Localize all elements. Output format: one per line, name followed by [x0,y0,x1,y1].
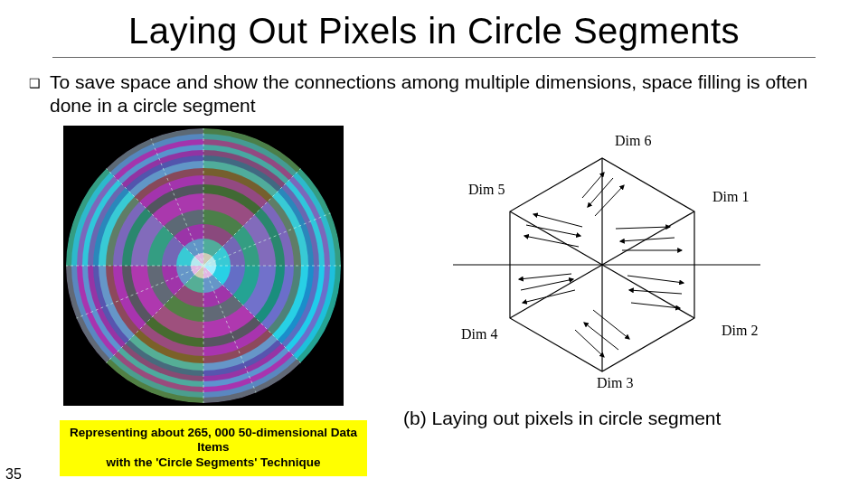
svg-line-33 [510,265,602,318]
svg-line-37 [616,227,670,229]
figure-left-caption: Representing about 265, 000 50-dimension… [60,420,367,477]
dim1-label: Dim 1 [712,189,749,205]
page-number: 35 [5,466,22,483]
svg-line-49 [524,236,579,247]
bullet-mark-icon: ❑ [29,76,41,92]
circle-segments-figure [63,126,344,406]
svg-line-53 [588,178,613,207]
svg-line-44 [584,323,618,350]
dim6-label: Dim 6 [615,133,651,149]
figure-left: Representing about 265, 000 50-dimension… [60,126,385,477]
caption-left-line2: with the 'Circle Segments' Technique [67,455,360,471]
svg-line-52 [595,185,624,216]
svg-line-48 [519,274,571,279]
figure-right-caption: (b) Laying out pixels in circle segment [403,408,828,429]
bullet-item: ❑ To save space and show the connections… [25,70,843,126]
dim4-label: Dim 4 [461,326,497,343]
bullet-text: To save space and show the connections a… [50,70,839,118]
svg-line-51 [533,214,582,227]
svg-line-30 [602,211,694,265]
svg-line-40 [627,276,684,283]
svg-line-47 [521,279,573,290]
svg-line-46 [523,290,575,303]
slide-title: Laying Out Pixels in Circle Segments [52,9,816,58]
slide: Laying Out Pixels in Circle Segments ❑ T… [0,0,868,488]
svg-line-45 [575,330,604,357]
figure-row: Representing about 265, 000 50-dimension… [25,126,843,477]
dim5-label: Dim 5 [468,182,505,198]
svg-line-34 [510,211,602,265]
dim2-label: Dim 2 [722,323,758,339]
dim3-label: Dim 3 [597,375,633,391]
svg-line-54 [582,173,604,198]
svg-line-41 [629,290,682,294]
segment-diagram: Dim 6 Dim 1 Dim 2 Dim 3 Dim 4 Dim 5 [403,129,801,400]
figure-right: Dim 6 Dim 1 Dim 2 Dim 3 Dim 4 Dim 5 (b) … [403,126,828,429]
caption-left-line1: Representing about 265, 000 50-dimension… [67,426,360,456]
svg-line-50 [526,225,580,236]
